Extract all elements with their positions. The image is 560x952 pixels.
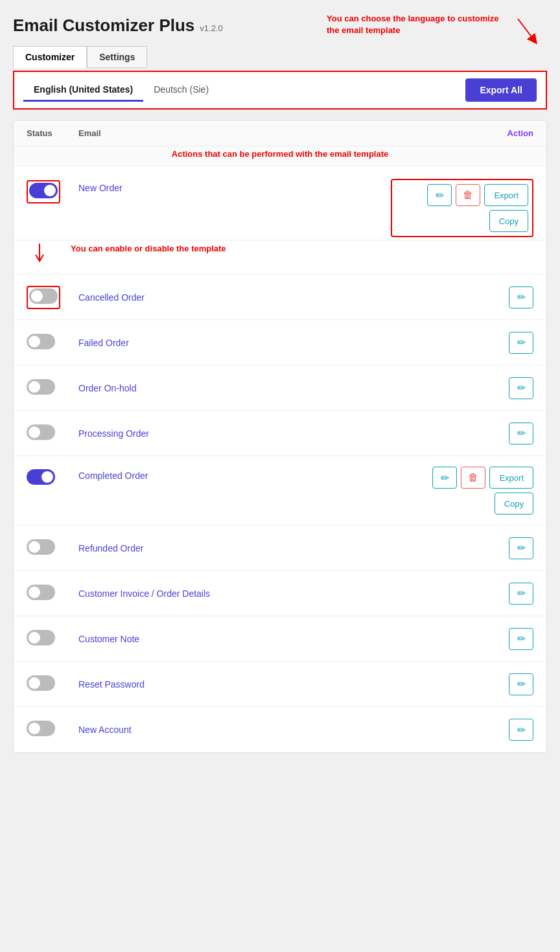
copy-button-completed[interactable]: Copy [495,493,533,515]
edit-button-new-order[interactable]: ✏ [427,184,452,206]
email-name-processing: Processing Order [78,428,149,439]
email-name-account: New Account [78,725,132,735]
email-name-refunded: Refunded Order [78,543,143,553]
col-header-action: Action [391,128,533,138]
table-header: Status Email Action [14,121,546,146]
edit-button-processing[interactable]: ✏ [509,423,533,445]
email-name-note: Customer Note [78,634,139,644]
email-name-reset: Reset Password [78,679,145,690]
toggle-customer-note[interactable] [27,630,55,645]
email-name-failed: Failed Order [78,338,129,348]
edit-button-invoice[interactable]: ✏ [509,583,533,605]
toggle-completed-order[interactable] [27,469,55,485]
tab-customizer[interactable]: Customizer [13,46,87,68]
email-name-completed: Completed Order [78,470,148,481]
toggle-cancelled-annotated [27,286,60,309]
edit-button-account[interactable]: ✏ [509,719,533,741]
toggle-cancelled-order[interactable] [29,288,58,304]
delete-button-new-order[interactable]: 🗑 [456,184,480,206]
email-name-cancelled: Cancelled Order [78,292,145,303]
table-row: Order On-hold ✏ [14,366,546,411]
table-row: Cancelled Order ✏ [14,275,546,320]
actions-new-order-annotated: ✏ 🗑 Export Copy [391,179,533,237]
col-header-email: Email [78,128,391,138]
lang-tabs: English (United States) Deutsch (Sie) [23,79,219,102]
lang-annotation-arrow [515,16,547,48]
table-row: New Account ✏ [14,707,546,752]
lang-tab-english[interactable]: English (United States) [23,79,143,102]
email-templates-card: Status Email Action Actions that can be … [13,120,547,753]
toggle-new-account[interactable] [27,721,55,736]
toggle-new-order[interactable] [29,183,58,198]
delete-button-completed[interactable]: 🗑 [461,467,485,489]
edit-button-failed[interactable]: ✏ [509,332,533,354]
table-row: Reset Password ✏ [14,662,546,707]
toggle-reset-password[interactable] [27,675,55,691]
toggle-new-order-annotated [27,180,60,203]
lang-export-row: English (United States) Deutsch (Sie) Ex… [13,71,547,110]
table-row: Customer Invoice / Order Details ✏ [14,571,546,616]
export-button-new-order[interactable]: Export [484,184,528,206]
export-button-completed[interactable]: Export [489,467,533,489]
toggle-order-onhold[interactable] [27,379,55,395]
top-nav-tabs: Customizer Settings [13,46,547,68]
table-row: Processing Order ✏ [14,411,546,456]
export-all-button[interactable]: Export All [465,78,537,102]
email-name-invoice: Customer Invoice / Order Details [78,588,210,599]
edit-button-completed[interactable]: ✏ [432,467,457,489]
email-name-onhold: Order On-hold [78,383,136,393]
version-badge: v1.2.0 [200,23,222,33]
toggle-refunded-order[interactable] [27,539,55,555]
table-row: Completed Order ✏ 🗑 Export Copy [14,456,546,526]
table-row: New Order ✏ 🗑 Export Copy You can enable… [14,166,546,275]
table-row: Failed Order ✏ [14,320,546,366]
edit-button-cancelled[interactable]: ✏ [509,286,533,308]
table-row: Customer Note ✏ [14,616,546,662]
edit-button-note[interactable]: ✏ [509,628,533,650]
page-title: Email Customizer Plus [13,16,194,36]
copy-button-new-order[interactable]: Copy [489,210,528,232]
table-row: Refunded Order ✏ [14,526,546,571]
lang-annotation-text: You can choose the language to customize… [327,13,509,36]
tab-settings[interactable]: Settings [87,46,147,68]
edit-button-reset[interactable]: ✏ [509,673,533,695]
edit-button-refunded[interactable]: ✏ [509,537,533,559]
toggle-annotation-text: You can enable or disable the template [71,243,226,255]
toggle-processing-order[interactable] [27,424,55,440]
toggle-annotation-arrow [27,240,65,266]
lang-tab-deutsch[interactable]: Deutsch (Sie) [143,79,219,102]
actions-annotation: Actions that can be performed with the e… [14,146,546,166]
col-header-status: Status [27,128,78,138]
email-name-new-order: New Order [78,183,122,193]
svg-line-0 [518,19,534,40]
edit-button-onhold[interactable]: ✏ [509,377,533,399]
toggle-customer-invoice[interactable] [27,585,55,600]
toggle-failed-order[interactable] [27,334,55,349]
